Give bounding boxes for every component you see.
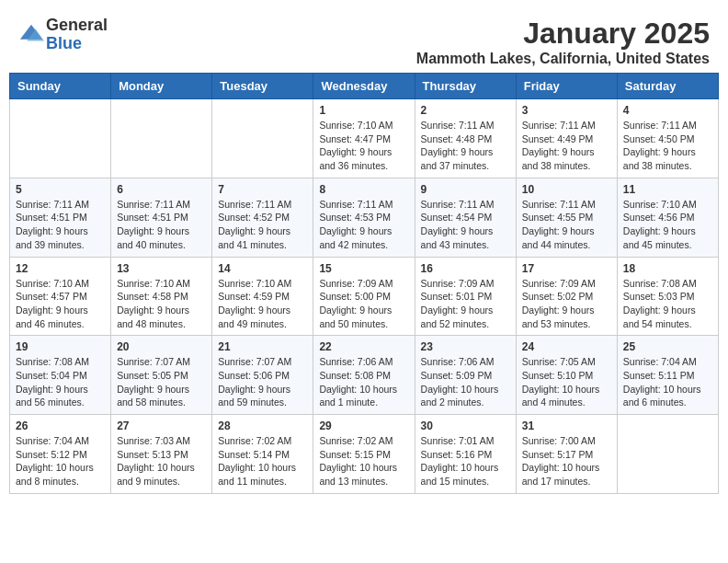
cell-content: Sunrise: 7:10 AM Sunset: 4:56 PM Dayligh… [623, 198, 712, 252]
calendar-week-row: 1Sunrise: 7:10 AM Sunset: 4:47 PM Daylig… [10, 99, 719, 178]
calendar-cell: 23Sunrise: 7:06 AM Sunset: 5:09 PM Dayli… [415, 336, 516, 415]
calendar-cell: 1Sunrise: 7:10 AM Sunset: 4:47 PM Daylig… [313, 99, 415, 178]
cell-content: Sunrise: 7:09 AM Sunset: 5:00 PM Dayligh… [319, 277, 408, 331]
calendar-header-tuesday: Tuesday [212, 74, 313, 99]
day-number: 7 [218, 183, 307, 196]
cell-content: Sunrise: 7:09 AM Sunset: 5:02 PM Dayligh… [522, 277, 611, 331]
cell-content: Sunrise: 7:08 AM Sunset: 5:03 PM Dayligh… [623, 277, 712, 331]
calendar-cell: 19Sunrise: 7:08 AM Sunset: 5:04 PM Dayli… [10, 336, 111, 415]
cell-content: Sunrise: 7:11 AM Sunset: 4:52 PM Dayligh… [218, 198, 307, 252]
calendar-cell: 25Sunrise: 7:04 AM Sunset: 5:11 PM Dayli… [617, 336, 718, 415]
calendar-cell: 16Sunrise: 7:09 AM Sunset: 5:01 PM Dayli… [415, 257, 516, 336]
calendar-cell: 3Sunrise: 7:11 AM Sunset: 4:49 PM Daylig… [516, 99, 617, 178]
cell-content: Sunrise: 7:01 AM Sunset: 5:16 PM Dayligh… [421, 434, 510, 488]
calendar-cell [212, 99, 313, 178]
logo-icon [18, 22, 44, 48]
cell-content: Sunrise: 7:02 AM Sunset: 5:15 PM Dayligh… [319, 434, 408, 488]
calendar-cell: 13Sunrise: 7:10 AM Sunset: 4:58 PM Dayli… [111, 257, 212, 336]
day-number: 22 [319, 340, 408, 353]
calendar-cell: 24Sunrise: 7:05 AM Sunset: 5:10 PM Dayli… [516, 336, 617, 415]
calendar-header-wednesday: Wednesday [313, 74, 415, 99]
cell-content: Sunrise: 7:11 AM Sunset: 4:55 PM Dayligh… [522, 198, 611, 252]
calendar-cell: 27Sunrise: 7:03 AM Sunset: 5:13 PM Dayli… [111, 415, 212, 494]
cell-content: Sunrise: 7:07 AM Sunset: 5:05 PM Dayligh… [117, 355, 206, 409]
calendar-header-friday: Friday [516, 74, 617, 99]
day-number: 5 [16, 183, 105, 196]
calendar-cell: 6Sunrise: 7:11 AM Sunset: 4:51 PM Daylig… [111, 178, 212, 257]
calendar-cell: 11Sunrise: 7:10 AM Sunset: 4:56 PM Dayli… [617, 178, 718, 257]
calendar-week-row: 26Sunrise: 7:04 AM Sunset: 5:12 PM Dayli… [10, 415, 719, 494]
calendar-cell: 9Sunrise: 7:11 AM Sunset: 4:54 PM Daylig… [415, 178, 516, 257]
cell-content: Sunrise: 7:10 AM Sunset: 4:57 PM Dayligh… [16, 277, 105, 331]
day-number: 19 [16, 340, 105, 353]
calendar-cell [111, 99, 212, 178]
cell-content: Sunrise: 7:02 AM Sunset: 5:14 PM Dayligh… [218, 434, 307, 488]
calendar-cell: 7Sunrise: 7:11 AM Sunset: 4:52 PM Daylig… [212, 178, 313, 257]
calendar-table: SundayMondayTuesdayWednesdayThursdayFrid… [9, 73, 719, 494]
calendar-cell: 21Sunrise: 7:07 AM Sunset: 5:06 PM Dayli… [212, 336, 313, 415]
cell-content: Sunrise: 7:10 AM Sunset: 4:58 PM Dayligh… [117, 277, 206, 331]
day-number: 31 [522, 419, 611, 432]
cell-content: Sunrise: 7:11 AM Sunset: 4:49 PM Dayligh… [522, 119, 611, 173]
calendar-header-saturday: Saturday [617, 74, 718, 99]
logo: General Blue [18, 17, 108, 53]
cell-content: Sunrise: 7:11 AM Sunset: 4:54 PM Dayligh… [421, 198, 510, 252]
cell-content: Sunrise: 7:10 AM Sunset: 4:59 PM Dayligh… [218, 277, 307, 331]
cell-content: Sunrise: 7:11 AM Sunset: 4:51 PM Dayligh… [117, 198, 206, 252]
calendar-cell: 4Sunrise: 7:11 AM Sunset: 4:50 PM Daylig… [617, 99, 718, 178]
cell-content: Sunrise: 7:06 AM Sunset: 5:08 PM Dayligh… [319, 355, 408, 409]
day-number: 24 [522, 340, 611, 353]
day-number: 16 [421, 262, 510, 275]
calendar-cell: 22Sunrise: 7:06 AM Sunset: 5:08 PM Dayli… [313, 336, 415, 415]
calendar-cell: 18Sunrise: 7:08 AM Sunset: 5:03 PM Dayli… [617, 257, 718, 336]
calendar-cell: 15Sunrise: 7:09 AM Sunset: 5:00 PM Dayli… [313, 257, 415, 336]
day-number: 4 [623, 104, 712, 117]
day-number: 30 [421, 419, 510, 432]
cell-content: Sunrise: 7:05 AM Sunset: 5:10 PM Dayligh… [522, 355, 611, 409]
day-number: 23 [421, 340, 510, 353]
cell-content: Sunrise: 7:03 AM Sunset: 5:13 PM Dayligh… [117, 434, 206, 488]
location-title: Mammoth Lakes, California, United States [416, 51, 710, 67]
calendar-cell: 31Sunrise: 7:00 AM Sunset: 5:17 PM Dayli… [516, 415, 617, 494]
day-number: 27 [117, 419, 206, 432]
day-number: 29 [319, 419, 408, 432]
cell-content: Sunrise: 7:04 AM Sunset: 5:11 PM Dayligh… [623, 355, 712, 409]
calendar-week-row: 12Sunrise: 7:10 AM Sunset: 4:57 PM Dayli… [10, 257, 719, 336]
calendar-week-row: 19Sunrise: 7:08 AM Sunset: 5:04 PM Dayli… [10, 336, 719, 415]
calendar-cell: 5Sunrise: 7:11 AM Sunset: 4:51 PM Daylig… [10, 178, 111, 257]
calendar-cell: 28Sunrise: 7:02 AM Sunset: 5:14 PM Dayli… [212, 415, 313, 494]
day-number: 8 [319, 183, 408, 196]
calendar-cell: 17Sunrise: 7:09 AM Sunset: 5:02 PM Dayli… [516, 257, 617, 336]
calendar-cell [10, 99, 111, 178]
day-number: 14 [218, 262, 307, 275]
cell-content: Sunrise: 7:06 AM Sunset: 5:09 PM Dayligh… [421, 355, 510, 409]
cell-content: Sunrise: 7:09 AM Sunset: 5:01 PM Dayligh… [421, 277, 510, 331]
calendar-header-monday: Monday [111, 74, 212, 99]
month-title: January 2025 [416, 17, 710, 51]
calendar-cell: 30Sunrise: 7:01 AM Sunset: 5:16 PM Dayli… [415, 415, 516, 494]
day-number: 21 [218, 340, 307, 353]
day-number: 28 [218, 419, 307, 432]
day-number: 9 [421, 183, 510, 196]
day-number: 15 [319, 262, 408, 275]
logo-general-text: General [46, 17, 108, 35]
calendar-header-row: SundayMondayTuesdayWednesdayThursdayFrid… [10, 74, 719, 99]
cell-content: Sunrise: 7:11 AM Sunset: 4:48 PM Dayligh… [421, 119, 510, 173]
cell-content: Sunrise: 7:11 AM Sunset: 4:53 PM Dayligh… [319, 198, 408, 252]
page-header: General Blue January 2025 Mammoth Lakes,… [9, 9, 719, 73]
calendar-cell: 2Sunrise: 7:11 AM Sunset: 4:48 PM Daylig… [415, 99, 516, 178]
day-number: 13 [117, 262, 206, 275]
calendar-header-thursday: Thursday [415, 74, 516, 99]
calendar-week-row: 5Sunrise: 7:11 AM Sunset: 4:51 PM Daylig… [10, 178, 719, 257]
day-number: 1 [319, 104, 408, 117]
day-number: 26 [16, 419, 105, 432]
cell-content: Sunrise: 7:11 AM Sunset: 4:51 PM Dayligh… [16, 198, 105, 252]
day-number: 17 [522, 262, 611, 275]
cell-content: Sunrise: 7:11 AM Sunset: 4:50 PM Dayligh… [623, 119, 712, 173]
title-section: January 2025 Mammoth Lakes, California, … [416, 17, 710, 67]
calendar-cell: 26Sunrise: 7:04 AM Sunset: 5:12 PM Dayli… [10, 415, 111, 494]
calendar-cell: 20Sunrise: 7:07 AM Sunset: 5:05 PM Dayli… [111, 336, 212, 415]
cell-content: Sunrise: 7:00 AM Sunset: 5:17 PM Dayligh… [522, 434, 611, 488]
calendar-cell: 12Sunrise: 7:10 AM Sunset: 4:57 PM Dayli… [10, 257, 111, 336]
day-number: 11 [623, 183, 712, 196]
